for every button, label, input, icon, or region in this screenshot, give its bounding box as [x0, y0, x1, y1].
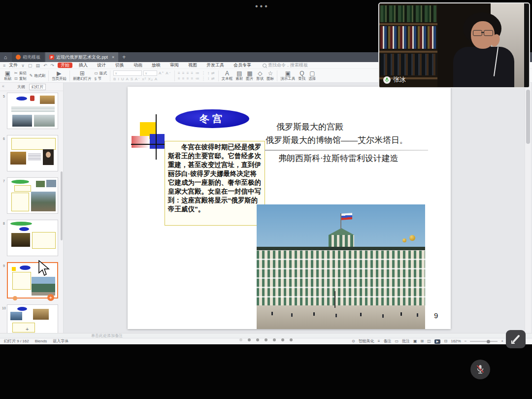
font-grow-shrink-buttons[interactable]: A⁺ A⁻: [159, 71, 171, 75]
font-style-buttons[interactable]: B I U A S A⁻ x² X₂ A: [113, 77, 171, 81]
presentation-tools-button[interactable]: ▣ 演示工具: [280, 70, 295, 81]
menu-tab-view[interactable]: 视图: [185, 63, 200, 68]
menu-tab-animation[interactable]: 动画: [131, 63, 145, 68]
font-name-select[interactable]: ∨: [113, 70, 142, 76]
tab-slides[interactable]: 幻灯片: [29, 84, 46, 90]
menu-tab-home[interactable]: 开始: [58, 63, 72, 68]
paragraph-align-buttons[interactable]: ≡ ≡ ≡ ≡ ≔ ⋮ ↕ ⇄: [178, 71, 215, 75]
slide-thumbnail-8[interactable]: [7, 220, 58, 256]
textbox-button[interactable]: A 文本框: [222, 70, 233, 81]
find-button[interactable]: Q 查找: [298, 70, 305, 81]
menu-tab-member[interactable]: 会员专享: [231, 63, 254, 68]
add-slide-button[interactable]: +: [26, 326, 29, 332]
zoom-in-button[interactable]: +: [501, 338, 503, 344]
embed-fonts-button[interactable]: 嵌入字体: [53, 338, 68, 344]
page-dot[interactable]: [239, 338, 242, 341]
meeting-more-indicator[interactable]: •••: [255, 2, 269, 11]
thumb-art: [20, 266, 31, 270]
slide-thumbnail-10[interactable]: [7, 304, 58, 333]
undo-icon[interactable]: ↶: [43, 63, 47, 68]
smart-beautify-button[interactable]: 智能美化: [359, 338, 374, 344]
zoom-slider[interactable]: [470, 341, 498, 342]
comments-toggle[interactable]: 批注: [402, 338, 410, 344]
paste-button[interactable]: ▣ 粘贴: [4, 70, 11, 81]
material-icon: ▤: [236, 70, 242, 76]
annotation-pen-button[interactable]: [506, 330, 526, 348]
menu-tab-slideshow[interactable]: 放映: [149, 63, 164, 68]
new-slide-button[interactable]: ⊞ 新建幻灯片: [73, 70, 92, 81]
material-button[interactable]: ▤ 素材: [235, 70, 243, 81]
menu-tab-design[interactable]: 设计: [94, 63, 109, 68]
winter-palace-photo[interactable]: [257, 204, 425, 329]
scrollbar-thumb[interactable]: [526, 90, 530, 144]
copy-button[interactable]: ⊡ 复制: [14, 76, 27, 81]
fact-line-3[interactable]: 弗朗西斯科·拉斯特雷利设计建造: [278, 153, 399, 164]
notes-toggle[interactable]: 备注: [383, 338, 391, 344]
mute-microphone-button[interactable]: [470, 360, 490, 379]
new-tab-button[interactable]: +: [118, 52, 130, 62]
play-icon: ▶: [57, 70, 61, 76]
slide-thumbnail-7[interactable]: [7, 177, 58, 214]
menu-tab-review[interactable]: 审阅: [167, 63, 182, 68]
zoom-level[interactable]: 162%: [451, 338, 461, 344]
view-reading-button[interactable]: ◫: [427, 338, 431, 344]
page-dot[interactable]: [265, 338, 267, 341]
page-dot[interactable]: [273, 338, 276, 341]
select-button[interactable]: ▢ 选择: [308, 70, 316, 81]
page-dot[interactable]: [248, 338, 251, 341]
page-dot[interactable]: [256, 338, 259, 341]
format-painter-button[interactable]: ✎ 格式刷: [30, 73, 45, 78]
document-tab-docer[interactable]: 稻壳模板: [12, 52, 44, 62]
slide-page[interactable]: 冬宫 冬宫在彼得时期已经是俄罗斯君王的主要官邸。它曾经多次重建，甚至改变过宫址，…: [128, 87, 451, 329]
tab-outline[interactable]: 大纲: [17, 84, 25, 90]
panel-scrollbar[interactable]: [61, 171, 63, 240]
menu-tab-insert[interactable]: 插入: [76, 63, 91, 68]
home-icon[interactable]: ⌂: [0, 52, 11, 62]
page-dot[interactable]: [281, 338, 284, 341]
slide-thumbnail-5[interactable]: [7, 93, 58, 129]
photo-plaza: [257, 305, 425, 329]
participant-video[interactable]: 张冰: [378, 2, 530, 88]
picture-button[interactable]: ▦ 图片: [246, 70, 253, 81]
paragraph-list-buttons[interactable]: ≡ ≡ ≡ ≡ ≔ ⋮ ↕ ⇄: [178, 76, 215, 81]
file-menu[interactable]: 文件: [9, 62, 18, 68]
play-from-current-button[interactable]: ▶ 当页开始: [52, 70, 66, 81]
book-row: [380, 26, 436, 49]
zoom-slider-thumb[interactable]: [487, 340, 490, 343]
fact-line-1[interactable]: 俄罗斯最大的宫殿: [276, 121, 343, 133]
file-dropdown-icon[interactable]: ∨: [21, 63, 25, 68]
shape-button[interactable]: ◇ 形状: [256, 70, 264, 81]
menu-tab-developer[interactable]: 开发工具: [203, 63, 227, 68]
fact-line-2[interactable]: 俄罗斯最大的博物馆——艾尔米塔日。: [266, 134, 408, 146]
redo-icon[interactable]: ↷: [50, 63, 54, 68]
slideshow-play-button[interactable]: ▶: [434, 339, 441, 344]
save-icon[interactable]: ▢: [28, 63, 33, 68]
icon-gallery-button[interactable]: ☆ 图标: [266, 70, 274, 81]
command-search-input[interactable]: 查找命令，搜索模板: [263, 62, 308, 68]
menu-tab-transition[interactable]: 切换: [112, 63, 127, 68]
thumb-art: [12, 323, 35, 332]
zoom-out-button[interactable]: −: [465, 338, 467, 344]
wall-frame: [524, 3, 529, 87]
fit-window-button[interactable]: ⊡: [444, 338, 447, 344]
view-sorter-button[interactable]: ⊞: [421, 338, 424, 344]
document-tab-current[interactable]: P 近现代俄罗斯艺术文化.ppt ×: [45, 52, 118, 62]
print-icon[interactable]: ▤: [35, 63, 40, 68]
canvas-scrollbar[interactable]: ▲: [525, 83, 531, 333]
body-textbox[interactable]: 冬宫在彼得时期已经是俄罗斯君王的主要官邸。它曾经多次重建，甚至改变过宫址，直到伊…: [165, 141, 265, 226]
wps-presentation-window: ⌂ 稻壳模板 P 近现代俄罗斯艺术文化.ppt × + ≡ 文件 ∨ ▢ ▤ ↶…: [0, 52, 532, 344]
section-button[interactable]: § 节: [94, 76, 107, 81]
layout-button[interactable]: ▭ 版式: [94, 71, 107, 75]
page-dot[interactable]: [290, 338, 293, 341]
slide-title-shape[interactable]: 冬宫: [175, 109, 249, 128]
collapse-panel-icon[interactable]: «: [2, 84, 4, 89]
quick-add-slide-badge[interactable]: +: [47, 294, 54, 301]
theme-name[interactable]: Blends: [35, 338, 47, 344]
thumb-art: [10, 222, 32, 226]
view-normal-button[interactable]: ▣: [413, 338, 417, 344]
close-tab-icon[interactable]: ×: [112, 55, 114, 60]
cut-button[interactable]: ✂ 剪切: [14, 71, 27, 75]
slide-thumbnail-6[interactable]: [7, 135, 58, 171]
new-slide-icon: ⊞: [80, 70, 85, 76]
font-size-select[interactable]: ∨: [143, 70, 157, 76]
